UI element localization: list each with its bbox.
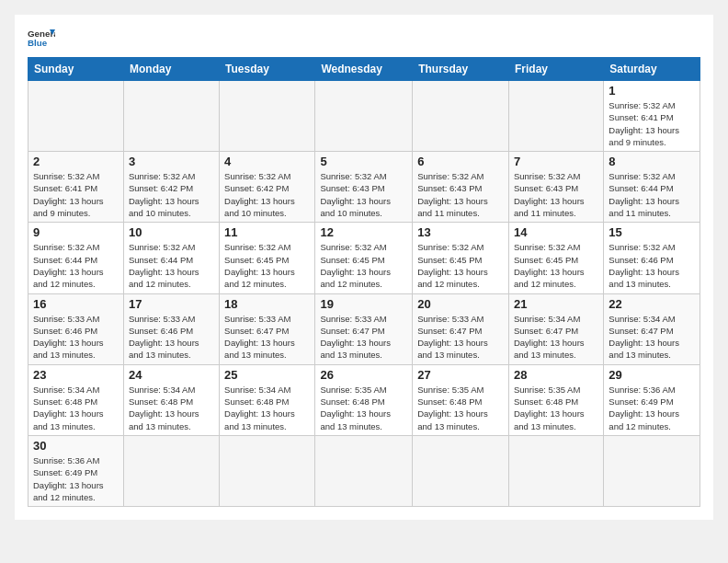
day-number: 8: [609, 155, 695, 168]
day-number: 5: [320, 155, 407, 168]
day-info: Sunrise: 5:34 AM Sunset: 6:47 PM Dayligh…: [609, 313, 695, 362]
calendar-header-row: SundayMondayTuesdayWednesdayThursdayFrid…: [28, 58, 700, 81]
day-number: 15: [609, 225, 695, 239]
day-info: Sunrise: 5:35 AM Sunset: 6:48 PM Dayligh…: [514, 384, 598, 432]
day-number: 10: [129, 225, 214, 239]
day-info: Sunrise: 5:34 AM Sunset: 6:48 PM Dayligh…: [224, 384, 310, 432]
day-number: 3: [129, 155, 214, 168]
calendar-cell: [413, 435, 509, 506]
calendar-cell: 17Sunrise: 5:33 AM Sunset: 6:46 PM Dayli…: [123, 293, 219, 364]
calendar-cell: 26Sunrise: 5:35 AM Sunset: 6:48 PM Dayli…: [315, 364, 413, 435]
day-info: Sunrise: 5:32 AM Sunset: 6:42 PM Dayligh…: [129, 170, 214, 219]
calendar-cell: 8Sunrise: 5:32 AM Sunset: 6:44 PM Daylig…: [604, 152, 700, 223]
calendar-header-sunday: Sunday: [28, 58, 124, 81]
calendar-cell: 1Sunrise: 5:32 AM Sunset: 6:41 PM Daylig…: [604, 81, 700, 152]
day-number: 11: [224, 225, 310, 239]
calendar-cell: 30Sunrise: 5:36 AM Sunset: 6:49 PM Dayli…: [28, 435, 124, 506]
calendar-cell: 4Sunrise: 5:32 AM Sunset: 6:42 PM Daylig…: [220, 152, 315, 223]
calendar-cell: 20Sunrise: 5:33 AM Sunset: 6:47 PM Dayli…: [413, 293, 509, 364]
day-number: 14: [514, 225, 598, 239]
day-number: 18: [224, 297, 310, 311]
day-info: Sunrise: 5:32 AM Sunset: 6:46 PM Dayligh…: [609, 241, 695, 290]
day-info: Sunrise: 5:32 AM Sunset: 6:44 PM Dayligh…: [33, 241, 119, 290]
svg-text:Blue: Blue: [28, 38, 48, 48]
day-number: 4: [224, 155, 310, 168]
page-header: General Blue: [28, 24, 700, 52]
day-number: 7: [514, 155, 598, 168]
day-info: Sunrise: 5:32 AM Sunset: 6:45 PM Dayligh…: [224, 241, 310, 290]
calendar-header-wednesday: Wednesday: [315, 58, 413, 81]
day-number: 9: [33, 225, 119, 239]
day-info: Sunrise: 5:32 AM Sunset: 6:43 PM Dayligh…: [514, 170, 598, 219]
day-number: 21: [514, 297, 598, 311]
day-info: Sunrise: 5:33 AM Sunset: 6:46 PM Dayligh…: [129, 313, 214, 362]
day-info: Sunrise: 5:35 AM Sunset: 6:48 PM Dayligh…: [320, 384, 407, 432]
day-number: 17: [129, 297, 214, 311]
day-number: 30: [33, 439, 119, 453]
calendar-header-friday: Friday: [508, 58, 603, 81]
calendar-cell: [123, 81, 219, 152]
calendar-week-row: 30Sunrise: 5:36 AM Sunset: 6:49 PM Dayli…: [28, 435, 700, 506]
calendar-header-tuesday: Tuesday: [220, 58, 315, 81]
calendar-cell: 25Sunrise: 5:34 AM Sunset: 6:48 PM Dayli…: [220, 364, 315, 435]
day-info: Sunrise: 5:32 AM Sunset: 6:44 PM Dayligh…: [609, 170, 695, 219]
calendar-cell: [604, 435, 700, 506]
calendar-header-saturday: Saturday: [604, 58, 700, 81]
day-info: Sunrise: 5:33 AM Sunset: 6:46 PM Dayligh…: [33, 313, 119, 362]
logo-icon: General Blue: [28, 24, 55, 52]
day-number: 20: [417, 297, 504, 311]
calendar-cell: 2Sunrise: 5:32 AM Sunset: 6:41 PM Daylig…: [28, 152, 124, 223]
calendar-cell: 9Sunrise: 5:32 AM Sunset: 6:44 PM Daylig…: [28, 223, 124, 293]
calendar-page: General Blue SundayMondayTuesdayWednesda…: [15, 15, 713, 520]
day-info: Sunrise: 5:32 AM Sunset: 6:41 PM Dayligh…: [609, 99, 695, 148]
calendar-cell: 10Sunrise: 5:32 AM Sunset: 6:44 PM Dayli…: [123, 223, 219, 293]
calendar-cell: 16Sunrise: 5:33 AM Sunset: 6:46 PM Dayli…: [28, 293, 124, 364]
calendar-week-row: 23Sunrise: 5:34 AM Sunset: 6:48 PM Dayli…: [28, 364, 700, 435]
day-info: Sunrise: 5:34 AM Sunset: 6:48 PM Dayligh…: [33, 384, 119, 432]
calendar-cell: 13Sunrise: 5:32 AM Sunset: 6:45 PM Dayli…: [413, 223, 509, 293]
calendar-week-row: 16Sunrise: 5:33 AM Sunset: 6:46 PM Dayli…: [28, 293, 700, 364]
day-number: 12: [320, 225, 407, 239]
day-info: Sunrise: 5:34 AM Sunset: 6:48 PM Dayligh…: [129, 384, 214, 432]
day-number: 23: [33, 368, 119, 382]
day-number: 19: [320, 297, 407, 311]
calendar-cell: 15Sunrise: 5:32 AM Sunset: 6:46 PM Dayli…: [604, 223, 700, 293]
day-info: Sunrise: 5:32 AM Sunset: 6:45 PM Dayligh…: [417, 241, 504, 290]
calendar-cell: [123, 435, 219, 506]
day-number: 27: [417, 368, 504, 382]
calendar-cell: [220, 435, 315, 506]
calendar-cell: [220, 81, 315, 152]
calendar-table: SundayMondayTuesdayWednesdayThursdayFrid…: [28, 57, 700, 507]
day-info: Sunrise: 5:32 AM Sunset: 6:41 PM Dayligh…: [33, 170, 119, 219]
day-info: Sunrise: 5:34 AM Sunset: 6:47 PM Dayligh…: [514, 313, 598, 362]
day-info: Sunrise: 5:32 AM Sunset: 6:43 PM Dayligh…: [417, 170, 504, 219]
day-info: Sunrise: 5:36 AM Sunset: 6:49 PM Dayligh…: [609, 384, 695, 432]
calendar-cell: 28Sunrise: 5:35 AM Sunset: 6:48 PM Dayli…: [508, 364, 603, 435]
calendar-cell: [508, 435, 603, 506]
calendar-cell: 7Sunrise: 5:32 AM Sunset: 6:43 PM Daylig…: [508, 152, 603, 223]
calendar-cell: [315, 81, 413, 152]
day-info: Sunrise: 5:33 AM Sunset: 6:47 PM Dayligh…: [320, 313, 407, 362]
day-info: Sunrise: 5:33 AM Sunset: 6:47 PM Dayligh…: [417, 313, 504, 362]
calendar-header-thursday: Thursday: [413, 58, 509, 81]
calendar-cell: 6Sunrise: 5:32 AM Sunset: 6:43 PM Daylig…: [413, 152, 509, 223]
logo: General Blue: [28, 24, 55, 52]
calendar-week-row: 1Sunrise: 5:32 AM Sunset: 6:41 PM Daylig…: [28, 81, 700, 152]
day-number: 25: [224, 368, 310, 382]
day-number: 6: [417, 155, 504, 168]
calendar-cell: [28, 81, 124, 152]
day-info: Sunrise: 5:36 AM Sunset: 6:49 PM Dayligh…: [33, 454, 119, 503]
day-info: Sunrise: 5:32 AM Sunset: 6:43 PM Dayligh…: [320, 170, 407, 219]
calendar-cell: 29Sunrise: 5:36 AM Sunset: 6:49 PM Dayli…: [604, 364, 700, 435]
calendar-cell: 5Sunrise: 5:32 AM Sunset: 6:43 PM Daylig…: [315, 152, 413, 223]
day-info: Sunrise: 5:32 AM Sunset: 6:44 PM Dayligh…: [129, 241, 214, 290]
day-info: Sunrise: 5:33 AM Sunset: 6:47 PM Dayligh…: [224, 313, 310, 362]
calendar-cell: 18Sunrise: 5:33 AM Sunset: 6:47 PM Dayli…: [220, 293, 315, 364]
day-number: 22: [609, 297, 695, 311]
calendar-cell: 23Sunrise: 5:34 AM Sunset: 6:48 PM Dayli…: [28, 364, 124, 435]
day-info: Sunrise: 5:32 AM Sunset: 6:45 PM Dayligh…: [320, 241, 407, 290]
calendar-header-monday: Monday: [123, 58, 219, 81]
day-number: 24: [129, 368, 214, 382]
day-number: 2: [33, 155, 119, 168]
calendar-week-row: 2Sunrise: 5:32 AM Sunset: 6:41 PM Daylig…: [28, 152, 700, 223]
